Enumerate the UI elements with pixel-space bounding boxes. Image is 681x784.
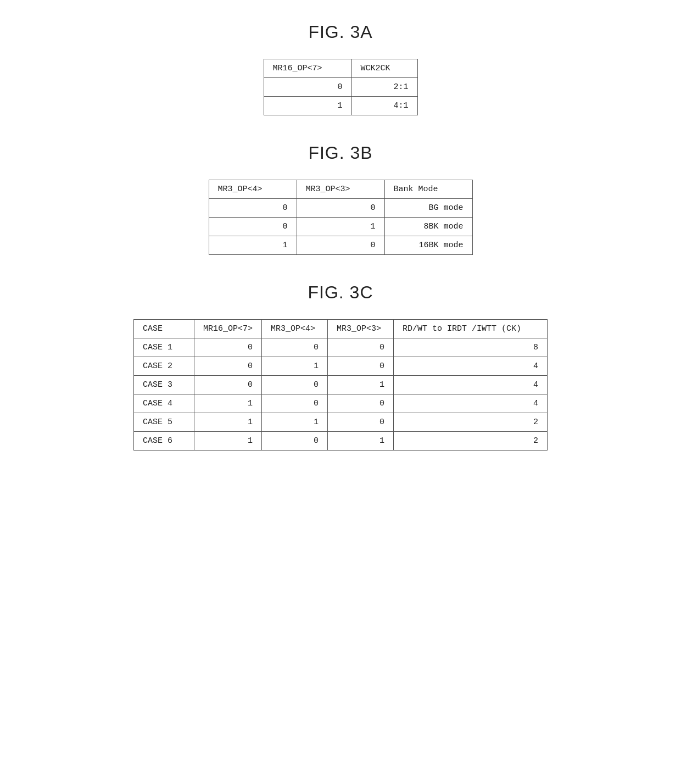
fig3c-row4-col4: 0: [328, 413, 394, 432]
fig3a-col1-header: MR16_OP<7>: [264, 59, 351, 78]
fig3c-row3-col3: 0: [262, 394, 328, 413]
fig3a-row1-col1: 1: [264, 97, 351, 115]
table-row: CASE 5 1 1 0 2: [133, 413, 547, 432]
table-row: CASE 1 0 0 0 8: [133, 338, 547, 357]
fig3c-row2-col3: 0: [262, 376, 328, 394]
fig3a-col2-header: WCK2CK: [351, 59, 417, 78]
fig3b-header-row: MR3_OP<4> MR3_OP<3> Bank Mode: [209, 180, 472, 199]
fig3c-row1-col5: 4: [394, 357, 548, 376]
fig3b-col3-header: Bank Mode: [384, 180, 472, 199]
fig3b-row2-col2: 0: [297, 236, 384, 255]
fig3c-col5-header: RD/WT to IRDT /IWTT (CK): [394, 320, 548, 338]
fig3c-row2-col4: 1: [328, 376, 394, 394]
fig3c-row3-col1: CASE 4: [133, 394, 194, 413]
fig3b-col2-header: MR3_OP<3>: [297, 180, 384, 199]
fig3a-section: FIG. 3A MR16_OP<7> WCK2CK 0 2:1 1 4:1: [33, 22, 648, 115]
fig3c-row1-col2: 0: [194, 357, 261, 376]
fig3c-row4-col5: 2: [394, 413, 548, 432]
fig3b-title: FIG. 3B: [308, 143, 372, 163]
table-row: 0 1 8BK mode: [209, 218, 472, 236]
fig3c-row5-col4: 1: [328, 432, 394, 451]
fig3c-row3-col4: 0: [328, 394, 394, 413]
fig3c-col3-header: MR3_OP<4>: [262, 320, 328, 338]
fig3c-row5-col1: CASE 6: [133, 432, 194, 451]
fig3c-col4-header: MR3_OP<3>: [328, 320, 394, 338]
fig3c-header-row: CASE MR16_OP<7> MR3_OP<4> MR3_OP<3> RD/W…: [133, 320, 547, 338]
fig3c-row3-col2: 1: [194, 394, 261, 413]
fig3b-row1-col1: 0: [209, 218, 297, 236]
fig3a-table: MR16_OP<7> WCK2CK 0 2:1 1 4:1: [264, 59, 418, 115]
fig3c-row2-col5: 4: [394, 376, 548, 394]
fig3c-row1-col3: 1: [262, 357, 328, 376]
fig3a-title: FIG. 3A: [308, 22, 372, 42]
table-row: 0 0 BG mode: [209, 199, 472, 218]
fig3b-col1-header: MR3_OP<4>: [209, 180, 297, 199]
fig3c-row2-col1: CASE 3: [133, 376, 194, 394]
fig3c-row1-col4: 0: [328, 357, 394, 376]
fig3c-row0-col5: 8: [394, 338, 548, 357]
fig3c-row5-col3: 0: [262, 432, 328, 451]
fig3c-row4-col3: 1: [262, 413, 328, 432]
fig3b-section: FIG. 3B MR3_OP<4> MR3_OP<3> Bank Mode 0 …: [33, 143, 648, 255]
fig3c-table: CASE MR16_OP<7> MR3_OP<4> MR3_OP<3> RD/W…: [133, 319, 548, 451]
fig3b-row2-col1: 1: [209, 236, 297, 255]
fig3c-row3-col5: 4: [394, 394, 548, 413]
fig3c-row0-col3: 0: [262, 338, 328, 357]
fig3a-row1-col2: 4:1: [351, 97, 417, 115]
fig3c-section: FIG. 3C CASE MR16_OP<7> MR3_OP<4> MR3_OP…: [33, 282, 648, 451]
fig3b-row2-col3: 16BK mode: [384, 236, 472, 255]
fig3a-header-row: MR16_OP<7> WCK2CK: [264, 59, 417, 78]
table-row: 0 2:1: [264, 78, 417, 97]
fig3b-table: MR3_OP<4> MR3_OP<3> Bank Mode 0 0 BG mod…: [209, 180, 473, 255]
fig3c-col1-header: CASE: [133, 320, 194, 338]
fig3c-row5-col5: 2: [394, 432, 548, 451]
fig3c-row0-col4: 0: [328, 338, 394, 357]
fig3b-row0-col3: BG mode: [384, 199, 472, 218]
table-row: CASE 4 1 0 0 4: [133, 394, 547, 413]
fig3c-row1-col1: CASE 2: [133, 357, 194, 376]
fig3c-row2-col2: 0: [194, 376, 261, 394]
fig3b-row1-col3: 8BK mode: [384, 218, 472, 236]
fig3c-row0-col2: 0: [194, 338, 261, 357]
fig3c-title: FIG. 3C: [308, 282, 373, 303]
table-row: 1 4:1: [264, 97, 417, 115]
table-row: CASE 6 1 0 1 2: [133, 432, 547, 451]
table-row: 1 0 16BK mode: [209, 236, 472, 255]
fig3c-row5-col2: 1: [194, 432, 261, 451]
fig3c-row4-col1: CASE 5: [133, 413, 194, 432]
fig3c-row4-col2: 1: [194, 413, 261, 432]
table-row: CASE 3 0 0 1 4: [133, 376, 547, 394]
fig3b-row0-col2: 0: [297, 199, 384, 218]
fig3b-row1-col2: 1: [297, 218, 384, 236]
fig3a-row0-col2: 2:1: [351, 78, 417, 97]
fig3b-row0-col1: 0: [209, 199, 297, 218]
fig3c-col2-header: MR16_OP<7>: [194, 320, 261, 338]
table-row: CASE 2 0 1 0 4: [133, 357, 547, 376]
fig3a-row0-col1: 0: [264, 78, 351, 97]
fig3c-row0-col1: CASE 1: [133, 338, 194, 357]
